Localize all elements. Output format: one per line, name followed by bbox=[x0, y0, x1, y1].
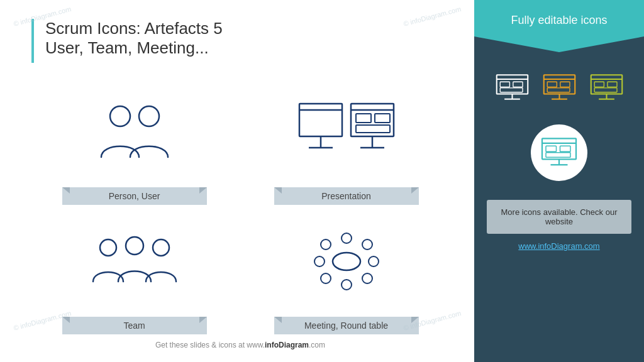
sidebar-featured-circle bbox=[531, 124, 587, 181]
person-user-drawing bbox=[94, 82, 175, 182]
meeting-icon bbox=[306, 227, 387, 296]
title-section: Scrum Icons: Artefacts 5 User, Team, Mee… bbox=[31, 19, 449, 63]
title-line2: User, Team, Meeting... bbox=[45, 38, 223, 58]
sidebar: Fully editable icons bbox=[474, 0, 644, 362]
sidebar-circle-icon bbox=[540, 136, 578, 170]
svg-rect-32 bbox=[543, 75, 575, 94]
svg-rect-31 bbox=[500, 88, 523, 92]
icon-cell-team: Team bbox=[31, 211, 237, 334]
svg-rect-12 bbox=[356, 125, 390, 133]
svg-point-1 bbox=[139, 106, 159, 126]
footer: Get these slides & icons at www.infoDiag… bbox=[31, 334, 449, 349]
svg-point-19 bbox=[369, 256, 379, 266]
svg-point-17 bbox=[341, 233, 352, 243]
footer-text: Get these slides & icons at www. bbox=[155, 341, 265, 349]
sidebar-more-text: More icons available. Check our website bbox=[501, 207, 618, 226]
sidebar-icons-row bbox=[495, 71, 624, 106]
svg-rect-2 bbox=[299, 104, 342, 136]
title-accent-bar bbox=[31, 19, 34, 63]
person-user-label: Person, User bbox=[62, 187, 207, 205]
svg-point-18 bbox=[362, 239, 372, 250]
svg-rect-44 bbox=[607, 82, 616, 87]
svg-point-0 bbox=[110, 106, 130, 126]
icons-grid: Person, User bbox=[31, 82, 449, 334]
svg-rect-50 bbox=[546, 146, 557, 151]
team-icon bbox=[91, 230, 179, 293]
svg-rect-29 bbox=[500, 82, 509, 87]
svg-rect-38 bbox=[547, 88, 570, 92]
svg-point-15 bbox=[153, 239, 169, 256]
svg-point-16 bbox=[333, 253, 360, 270]
svg-rect-51 bbox=[560, 146, 571, 151]
svg-rect-36 bbox=[547, 82, 557, 87]
svg-rect-11 bbox=[375, 114, 390, 123]
svg-rect-52 bbox=[546, 152, 570, 157]
svg-rect-45 bbox=[594, 88, 617, 92]
svg-point-13 bbox=[100, 239, 116, 256]
icon-cell-presentation: Presentation bbox=[243, 82, 449, 205]
presentation-icon bbox=[293, 97, 400, 167]
main-area: Scrum Icons: Artefacts 5 User, Team, Mee… bbox=[0, 0, 474, 362]
sidebar-more-box: More icons available. Check our website bbox=[487, 200, 631, 234]
svg-rect-43 bbox=[594, 82, 604, 87]
person-user-icon bbox=[94, 97, 175, 167]
svg-point-21 bbox=[341, 280, 352, 290]
sidebar-icon-white bbox=[495, 71, 530, 106]
svg-rect-37 bbox=[560, 82, 569, 87]
team-drawing bbox=[91, 211, 179, 312]
svg-rect-25 bbox=[496, 75, 528, 94]
icon-cell-person-user: Person, User bbox=[31, 82, 237, 205]
svg-rect-6 bbox=[351, 104, 394, 136]
meeting-label: Meeting, Round table bbox=[274, 317, 419, 334]
title-line1: Scrum Icons: Artefacts 5 bbox=[45, 19, 223, 38]
footer-suffix: .com bbox=[309, 341, 325, 349]
svg-rect-46 bbox=[542, 138, 576, 159]
sidebar-header: Fully editable icons bbox=[474, 0, 644, 52]
svg-rect-39 bbox=[591, 75, 622, 94]
sidebar-icon-orange bbox=[542, 71, 577, 106]
sidebar-icon-green bbox=[589, 71, 624, 106]
presentation-label: Presentation bbox=[274, 187, 419, 205]
team-label: Team bbox=[62, 317, 207, 334]
footer-brand: infoDiagram bbox=[265, 341, 309, 349]
title-text: Scrum Icons: Artefacts 5 User, Team, Mee… bbox=[45, 19, 223, 58]
svg-point-23 bbox=[314, 256, 325, 266]
svg-rect-30 bbox=[513, 82, 522, 87]
svg-point-20 bbox=[362, 273, 372, 283]
presentation-drawing bbox=[293, 82, 400, 182]
svg-point-22 bbox=[321, 273, 331, 283]
icon-cell-meeting: Meeting, Round table bbox=[243, 211, 449, 334]
svg-point-14 bbox=[126, 237, 143, 255]
sidebar-link[interactable]: www.infoDiagram.com bbox=[518, 241, 599, 251]
meeting-drawing bbox=[306, 211, 387, 312]
svg-rect-10 bbox=[356, 114, 371, 123]
svg-point-24 bbox=[321, 239, 331, 250]
